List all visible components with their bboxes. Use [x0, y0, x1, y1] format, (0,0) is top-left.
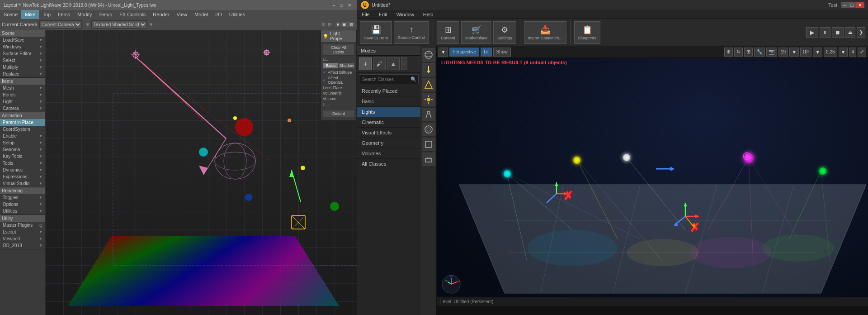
lw-expressions[interactable]: Expressions ▼: [0, 173, 45, 180]
clear-all-lights-btn[interactable]: Clear All Lights: [323, 44, 354, 56]
lw-menu-mike[interactable]: Mike: [21, 10, 39, 19]
affect-opengl-checkbox[interactable]: ✓ Affect OpenGL: [323, 76, 354, 85]
import-datasmith-btn[interactable]: 📥 Import Datasmith...: [524, 21, 566, 44]
lw-select[interactable]: Select ▼: [0, 57, 45, 64]
ue-play-btn[interactable]: ▶: [806, 27, 818, 38]
lw-genoma[interactable]: Genoma ▼: [0, 146, 45, 153]
basic-tab[interactable]: Basic: [323, 63, 338, 68]
scale-dropdown-btn[interactable]: ▼: [839, 48, 848, 57]
perspective-btn[interactable]: Perspective: [449, 48, 479, 57]
ue-light-node-magenta[interactable]: [744, 153, 754, 163]
scale-btn[interactable]: ⊞: [744, 48, 753, 57]
lw-menu-render[interactable]: Render: [149, 10, 173, 19]
lw-tools[interactable]: Tools ▼: [0, 160, 45, 167]
lw-menu-io[interactable]: I/O: [212, 10, 226, 19]
affect-diffuse-checkbox[interactable]: ✓ Affect Diffuse: [323, 70, 354, 75]
lw-key-tools[interactable]: Key Tools ▼: [0, 153, 45, 160]
asset-rect-light-icon[interactable]: [422, 138, 435, 151]
lw-viewport[interactable]: 💡 Light Prope... Clear All Lights Li... …: [45, 30, 357, 315]
asset-sphere-icon[interactable]: [422, 48, 435, 62]
ue-light-node-yellow[interactable]: [573, 157, 580, 164]
lw-menu-items[interactable]: Items: [54, 10, 74, 19]
lw-bones[interactable]: Bones ▼: [0, 91, 45, 98]
maximize-viewport-btn[interactable]: ⤢: [858, 48, 866, 57]
blueprints-btn[interactable]: 📋 Blueprints: [574, 21, 600, 44]
camera-speed-btn[interactable]: 📷: [766, 48, 777, 57]
ue-close-btn[interactable]: ✕: [856, 2, 864, 8]
save-current-btn[interactable]: 💾 Save Current: [360, 21, 392, 44]
lw-lscript[interactable]: Lscript ▼: [0, 229, 45, 235]
lw-load-save[interactable]: Load/Save ▼: [0, 37, 45, 43]
class-visual-effects[interactable]: Visual Effects: [357, 128, 420, 138]
source-control-btn[interactable]: ↑ Source Control: [394, 21, 429, 44]
asset-spot-light-icon[interactable]: [422, 108, 435, 121]
ue-menu-window[interactable]: Window: [392, 10, 419, 19]
asset-sky-light-icon[interactable]: [422, 123, 435, 136]
ue-menu-file[interactable]: File: [357, 10, 374, 19]
content-btn[interactable]: ⊞ Content: [437, 21, 459, 44]
lw-menu-utilities[interactable]: Utilities: [226, 10, 249, 19]
ue-viewport[interactable]: ▼ Perspective Lit Show ⊕ ↻ ⊞ 🔧 📷 19 ▼ 10…: [437, 46, 868, 315]
lw-camera-select[interactable]: Current Camera: [39, 20, 82, 29]
ue-arrow-expand-btn[interactable]: ❯: [857, 27, 865, 38]
lw-camera-item[interactable]: Camera ▼: [0, 105, 45, 112]
asset-emissive-icon[interactable]: [422, 153, 435, 166]
lw-settings-icon[interactable]: ⚙: [321, 22, 326, 28]
lw-menu-modify[interactable]: Modify: [74, 10, 95, 19]
lw-master-plugins[interactable]: Master Plugins Q: [0, 222, 45, 229]
view-options-btn[interactable]: ▼: [813, 48, 822, 57]
mode-tab-arrow[interactable]: ›: [401, 57, 407, 70]
ue-menu-edit[interactable]: Edit: [374, 10, 392, 19]
lw-vp-btn-2[interactable]: ▣: [341, 22, 348, 27]
ue-maximize-btn[interactable]: □: [848, 2, 856, 8]
rotate-btn[interactable]: ↻: [734, 48, 743, 57]
mode-tab-paint[interactable]: 🖌: [373, 57, 386, 70]
lit-btn[interactable]: Lit: [481, 48, 492, 57]
lw-menu-setup[interactable]: Setup: [96, 10, 116, 19]
lw-windows[interactable]: Windows ▼: [0, 43, 45, 50]
snap-btn[interactable]: 🔧: [754, 48, 765, 57]
ue-stop-btn[interactable]: ⏹: [832, 27, 844, 38]
class-lights[interactable]: Lights: [357, 107, 420, 117]
lw-menu-view[interactable]: View: [173, 10, 191, 19]
mode-tab-landscape[interactable]: ▲: [387, 57, 400, 70]
lw-light-item[interactable]: Light ▼: [0, 98, 45, 105]
shadow-tab[interactable]: Shadow: [339, 63, 354, 68]
lw-setup[interactable]: Setup ▼: [0, 139, 45, 146]
class-all-classes[interactable]: All Classes: [357, 159, 420, 169]
mode-tab-place[interactable]: +: [359, 57, 372, 70]
settings-btn[interactable]: ⚙ Settings: [493, 21, 516, 44]
search-classes-input[interactable]: [359, 74, 419, 84]
lw-grid-toggle-icon[interactable]: ⊞: [328, 22, 332, 28]
angle-dropdown-btn[interactable]: ▼: [789, 48, 799, 57]
class-recently-placed[interactable]: Recently Placed: [357, 86, 420, 96]
class-cinematic[interactable]: Cinematic: [357, 117, 420, 128]
asset-directional-light-icon[interactable]: [422, 63, 435, 76]
ue-light-node-white[interactable]: [623, 154, 630, 161]
lw-multiply[interactable]: Multiply ▼: [0, 64, 45, 71]
lw-close-btn[interactable]: ✕: [346, 3, 353, 8]
asset-light-cone-icon[interactable]: [422, 78, 435, 91]
show-btn[interactable]: Show: [493, 48, 511, 57]
lw-parent-in-place[interactable]: Parent in Place: [0, 119, 45, 126]
lw-options[interactable]: Options ▼: [0, 201, 45, 208]
asset-point-light-icon[interactable]: [422, 93, 435, 106]
lw-menu-model[interactable]: Model: [191, 10, 212, 19]
marketplace-btn[interactable]: 🛒 Marketplace: [461, 21, 491, 44]
lw-shading-select[interactable]: Textured Shaded Solid: [91, 20, 147, 29]
ue-pause-btn[interactable]: ⏸: [820, 27, 830, 38]
distant-btn[interactable]: Distant: [323, 110, 354, 117]
ue-light-node-green[interactable]: [819, 167, 826, 175]
lw-surface-editor[interactable]: Surface Editor ▼: [0, 50, 45, 57]
lw-enable[interactable]: Enable ▼: [0, 133, 45, 139]
lw-minimize-btn[interactable]: –: [331, 3, 337, 8]
ue-light-node-cyan[interactable]: [504, 170, 511, 177]
lw-virtual-studio[interactable]: Virtual Studio ▼: [0, 180, 45, 187]
lw-utilities-item[interactable]: Utilities ▼: [0, 208, 45, 215]
lw-menu-scene[interactable]: Scene: [0, 10, 21, 19]
lw-coordsystem[interactable]: CoordSystem: [0, 126, 45, 133]
lw-mesh[interactable]: Mesh ▼: [0, 85, 45, 91]
transform-btn[interactable]: ⊕: [724, 48, 733, 57]
lw-replace[interactable]: Replace ▼: [0, 71, 45, 77]
lw-toggles[interactable]: Toggles ▼: [0, 194, 45, 201]
